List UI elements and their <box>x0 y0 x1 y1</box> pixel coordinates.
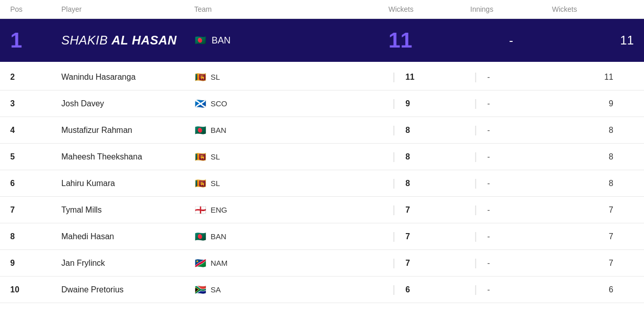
row-flag: 🇧🇩 <box>194 233 206 241</box>
header-wickets2: Wickets <box>552 5 634 13</box>
row-innings-col: | - <box>470 177 552 189</box>
row-flag: 🇿🇦 <box>194 286 206 294</box>
top-team-code: BAN <box>212 35 231 46</box>
row-innings-col: | - <box>470 124 552 136</box>
row-wickets2-col: 7 <box>552 259 634 268</box>
row-innings-col: | - <box>470 257 552 269</box>
top-player-name: SHAKIB AL HASAN <box>61 33 194 48</box>
header-player: Player <box>61 5 194 13</box>
row-wickets: 7 <box>405 259 410 268</box>
table-row: 8 Mahedi Hasan 🇧🇩 BAN | 7 | - 7 <box>0 223 644 250</box>
row-player: Lahiru Kumara <box>61 179 194 188</box>
row-wickets2: 7 <box>609 232 624 241</box>
row-player: Jan Frylinck <box>61 259 194 268</box>
row-pos: 3 <box>10 99 61 108</box>
row-flag: 🇱🇰 <box>194 179 206 188</box>
row-innings: - <box>487 259 490 268</box>
row-team-code: ENG <box>211 205 227 214</box>
row-team-code: SL <box>211 179 220 188</box>
row-flag: 🇱🇰 <box>194 153 206 161</box>
row-flag: 🏴󠁧󠁢󠁥󠁮󠁧󠁿 <box>194 206 206 214</box>
row-team: 🇱🇰 SL <box>194 152 388 161</box>
row-team-code: SCO <box>211 99 227 108</box>
row-wickets2-col: 11 <box>552 73 634 82</box>
row-wickets-col: | 8 <box>388 177 470 189</box>
table-row: 4 Mustafizur Rahman 🇧🇩 BAN | 8 | - 8 <box>0 117 644 144</box>
row-wickets2: 9 <box>609 99 624 108</box>
row-wickets: 9 <box>405 99 410 108</box>
top-flag: 🇧🇩 <box>194 36 206 44</box>
row-wickets2-col: 8 <box>552 152 634 162</box>
row-player: Tymal Mills <box>61 205 194 215</box>
row-flag: 🇳🇦 <box>194 259 206 267</box>
table-row: 9 Jan Frylinck 🇳🇦 NAM | 7 | - 7 <box>0 250 644 277</box>
header-team: Team <box>194 5 388 13</box>
top-team: 🇧🇩 BAN <box>194 35 388 46</box>
row-team: 🇱🇰 SL <box>194 73 388 81</box>
row-team: 🇳🇦 NAM <box>194 259 388 267</box>
row-wickets-col: | 8 <box>388 124 470 136</box>
row-player: Mahedi Hasan <box>61 232 194 241</box>
header-wickets: Wickets <box>388 5 470 13</box>
row-team-code: NAM <box>211 259 227 267</box>
row-pos: 4 <box>10 126 61 135</box>
row-wickets-col: | 11 <box>388 71 470 83</box>
row-team: 🇧🇩 BAN <box>194 232 388 241</box>
row-team-code: SL <box>211 152 220 161</box>
row-innings: - <box>487 205 490 215</box>
row-wickets2: 7 <box>609 259 624 268</box>
row-innings: - <box>487 285 490 294</box>
row-player: Mustafizur Rahman <box>61 126 194 135</box>
row-wickets2-col: 8 <box>552 126 634 135</box>
row-innings: - <box>487 126 490 135</box>
row-innings-col: | - <box>470 71 552 83</box>
row-wickets2: 8 <box>609 152 624 162</box>
row-wickets: 7 <box>405 232 410 241</box>
row-wickets2: 11 <box>604 73 624 82</box>
row-innings-col: | - <box>470 98 552 109</box>
row-team-code: BAN <box>211 232 226 241</box>
row-innings: - <box>487 99 490 108</box>
table-row: 6 Lahiru Kumara 🇱🇰 SL | 8 | - 8 <box>0 170 644 197</box>
row-wickets2-col: 9 <box>552 99 634 108</box>
header-pos: Pos <box>10 5 61 13</box>
row-player: Dwaine Pretorius <box>61 285 194 294</box>
table-row: 2 Wanindu Hasaranga 🇱🇰 SL | 11 | - 11 <box>0 64 644 90</box>
row-pos: 7 <box>10 205 61 215</box>
row-team-code: BAN <box>211 126 226 134</box>
row-pos: 5 <box>10 152 61 162</box>
table-row: 10 Dwaine Pretorius 🇿🇦 SA | 6 | - 6 <box>0 277 644 303</box>
row-team: 🏴󠁧󠁢󠁳󠁣󠁴󠁿 SCO <box>194 99 388 108</box>
top-pos: 1 <box>10 28 61 53</box>
row-wickets2-col: 7 <box>552 232 634 241</box>
row-pos: 9 <box>10 259 61 268</box>
row-player: Wanindu Hasaranga <box>61 73 194 82</box>
row-wickets-col: | 7 <box>388 231 470 242</box>
table-row: 7 Tymal Mills 🏴󠁧󠁢󠁥󠁮󠁧󠁿 ENG | 7 | - 7 <box>0 197 644 223</box>
row-innings: - <box>487 73 490 82</box>
row-flag: 🇧🇩 <box>194 126 206 134</box>
row-innings-col: | - <box>470 284 552 295</box>
row-wickets2-col: 6 <box>552 285 634 294</box>
table-row: 5 Maheesh Theekshana 🇱🇰 SL | 8 | - 8 <box>0 144 644 170</box>
row-innings: - <box>487 179 490 188</box>
row-wickets: 11 <box>405 73 415 82</box>
row-flag: 🇱🇰 <box>194 73 206 81</box>
row-wickets: 7 <box>405 205 410 215</box>
row-wickets-col: | 9 <box>388 98 470 109</box>
row-innings-col: | - <box>470 231 552 242</box>
row-pos: 8 <box>10 232 61 241</box>
row-team: 🏴󠁧󠁢󠁥󠁮󠁧󠁿 ENG <box>194 205 388 214</box>
row-wickets-col: | 7 <box>388 257 470 269</box>
row-pos: 6 <box>10 179 61 188</box>
row-player: Josh Davey <box>61 99 194 108</box>
row-innings: - <box>487 152 490 162</box>
row-wickets2: 6 <box>609 285 624 294</box>
row-pos: 2 <box>10 73 61 82</box>
table-row: 3 Josh Davey 🏴󠁧󠁢󠁳󠁣󠁴󠁿 SCO | 9 | - 9 <box>0 90 644 117</box>
data-rows: 2 Wanindu Hasaranga 🇱🇰 SL | 11 | - 11 3 … <box>0 64 644 303</box>
top-wickets2: 11 <box>552 33 634 48</box>
row-team-code: SA <box>211 285 221 294</box>
row-innings-col: | - <box>470 151 552 163</box>
row-wickets-col: | 8 <box>388 151 470 163</box>
